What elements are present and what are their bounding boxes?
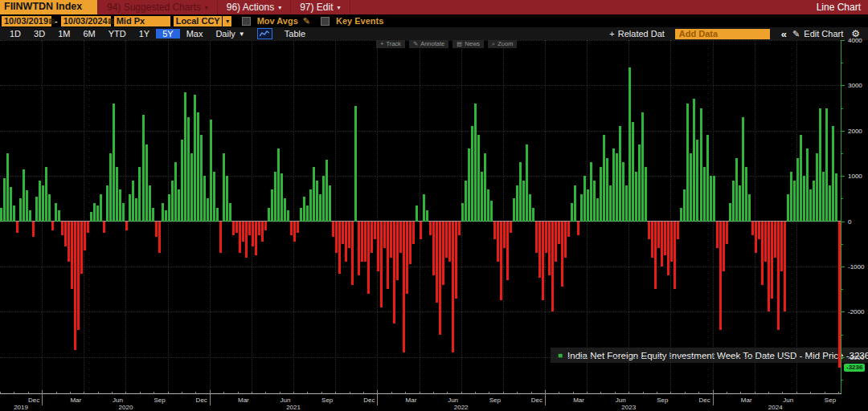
chart-bar <box>545 222 547 253</box>
chart-bar <box>803 176 805 221</box>
chart-bar <box>796 158 799 222</box>
mov-avgs-label[interactable]: Mov Avgs <box>257 16 298 26</box>
chart-bar <box>113 104 115 222</box>
chart-bar <box>287 210 289 222</box>
start-date-input[interactable]: 10/03/2019 ▦ <box>2 16 51 26</box>
range-tab-3d[interactable]: 3D <box>27 29 51 39</box>
edit-chart-label: Edit Chart <box>804 29 843 39</box>
key-events-checkbox[interactable] <box>321 17 330 26</box>
annotate-button[interactable]: ✎ Annotate <box>409 40 448 48</box>
chart-bar <box>700 108 702 222</box>
chart-bar <box>529 194 531 222</box>
chart-bar <box>96 206 99 222</box>
chart-bar <box>16 222 18 233</box>
x-axis-year-label: 2024 <box>768 404 783 411</box>
chart-bar <box>297 222 299 233</box>
chart-bar <box>580 194 583 222</box>
key-events-label[interactable]: Key Events <box>336 16 383 26</box>
chart-bar <box>377 222 379 271</box>
chart-area: + Track ✎ Annotate ▤ News ⌕ Zoom ■ In <box>0 40 868 411</box>
collapse-panel-button[interactable]: « <box>781 28 787 40</box>
x-axis-month-label: Sep <box>321 397 333 404</box>
security-ticker-field[interactable]: FIINWTDN Index <box>0 0 97 14</box>
x-axis-minor-tick <box>825 392 825 394</box>
legend-label: India Net Foreign Equity Investment Week… <box>567 351 868 360</box>
end-date-input[interactable]: 10/03/2024 ▦ <box>61 16 111 26</box>
chart-bar <box>68 222 70 262</box>
x-axis-minor-tick <box>70 392 71 394</box>
year-separator <box>713 390 714 405</box>
chart-bar <box>152 208 154 222</box>
v-gridline <box>84 40 84 393</box>
range-tab-ytd[interactable]: YTD <box>102 29 133 39</box>
chevron-down-icon: ▾ <box>205 3 208 11</box>
y-axis-tick <box>841 108 843 109</box>
menu-suggested-charts[interactable]: 94) Suggested Charts ▾ <box>97 0 218 14</box>
chart-bar <box>71 222 73 290</box>
chart-bar <box>590 162 592 221</box>
x-axis-minor-tick <box>573 392 574 394</box>
chart-bar <box>706 135 709 221</box>
chart-bar <box>361 222 363 262</box>
news-button[interactable]: ▤ News <box>452 40 484 48</box>
range-tab-5y[interactable]: 5Y <box>156 29 179 39</box>
chart-bar <box>77 222 80 330</box>
price-field-input[interactable]: Mid Px <box>114 16 170 26</box>
x-axis-minor-tick <box>810 392 811 394</box>
annotate-label: Annotate <box>420 40 444 48</box>
range-tab-1m[interactable]: 1M <box>51 29 76 39</box>
date-range-separator: - <box>55 16 58 26</box>
add-data-input[interactable]: Add Data <box>675 29 770 39</box>
range-tab-6m[interactable]: 6M <box>76 29 101 39</box>
track-button[interactable]: + Track <box>376 40 405 48</box>
chart-bar <box>229 203 231 222</box>
chart-bar <box>35 197 38 222</box>
table-tab[interactable]: Table <box>278 29 312 39</box>
x-axis-minor-tick <box>685 392 686 394</box>
mov-avgs-checkbox[interactable] <box>242 17 251 26</box>
chart-bar <box>622 162 624 221</box>
x-axis-minor-tick <box>363 392 364 394</box>
x-axis-minor-tick <box>628 392 629 394</box>
range-tab-1d[interactable]: 1D <box>3 29 27 39</box>
chart-bar <box>213 172 215 222</box>
plot-area[interactable]: + Track ✎ Annotate ▤ News ⌕ Zoom ■ In <box>0 40 841 393</box>
related-data-button[interactable]: + Related Dat <box>604 29 669 39</box>
x-axis-minor-tick <box>643 392 644 394</box>
menu-actions[interactable]: 96) Actions ▾ <box>218 0 291 14</box>
track-label: Track <box>386 40 400 48</box>
legend[interactable]: ■ India Net Foreign Equity Investment We… <box>551 348 868 363</box>
edit-chart-button[interactable]: ✎ Edit Chart <box>792 29 843 39</box>
chart-bar <box>207 198 209 221</box>
currency-select[interactable]: Local CCY ▼ <box>174 16 231 26</box>
menu-edit[interactable]: 97) Edit ▾ <box>291 0 350 14</box>
x-axis-month-label: Mar <box>70 397 81 404</box>
line-chart-icon[interactable] <box>257 28 272 39</box>
chart-bar <box>409 222 411 265</box>
chart-bar <box>412 222 415 244</box>
chart-bar <box>567 222 570 238</box>
x-axis-month-label: Sep <box>154 397 165 404</box>
chart-bar <box>751 222 754 235</box>
dropdown-arrow-icon[interactable]: ▼ <box>223 16 231 26</box>
pencil-icon[interactable]: ✎ <box>303 16 310 26</box>
chart-bar <box>755 222 757 253</box>
chart-bar <box>403 222 405 353</box>
x-axis-minor-tick <box>182 392 182 394</box>
chart-bar <box>577 222 579 235</box>
range-tab-1y[interactable]: 1Y <box>133 29 156 39</box>
chart-bar <box>210 120 212 222</box>
x-axis-minor-tick <box>447 392 448 394</box>
chart-bar <box>452 222 454 353</box>
chart-bar <box>10 187 12 221</box>
chart-bar <box>316 181 318 222</box>
chart-bar <box>335 222 338 253</box>
chart-bar <box>455 222 457 299</box>
chart-bar <box>648 222 650 240</box>
range-tab-max[interactable]: Max <box>180 29 210 39</box>
chart-bar <box>542 222 544 301</box>
chart-bar <box>635 172 637 222</box>
x-axis-month-label: Dec <box>698 397 710 404</box>
frequency-select[interactable]: Daily ▼ <box>209 29 251 39</box>
chart-bar <box>155 222 158 238</box>
